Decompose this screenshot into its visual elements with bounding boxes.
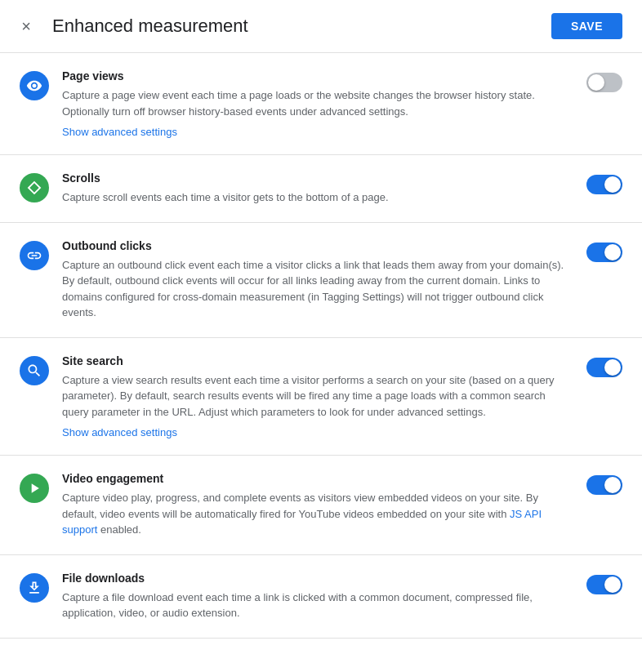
video-engagement-toggle-wrapper xyxy=(586,472,622,495)
video-engagement-icon xyxy=(20,474,49,503)
video-engagement-toggle[interactable] xyxy=(586,475,622,495)
site-search-toggle-track xyxy=(586,358,622,377)
site-search-content: Site searchCapture a view search results… xyxy=(62,354,573,439)
setting-row-video-engagement: Video engagementCapture video play, prog… xyxy=(0,456,642,555)
page-views-toggle-thumb xyxy=(588,74,604,91)
video-engagement-toggle-track xyxy=(586,475,622,495)
setting-row-file-downloads: File downloadsCapture a file download ev… xyxy=(0,555,642,639)
video-engagement-description: Capture video play, progress, and comple… xyxy=(62,490,573,538)
page-views-title: Page views xyxy=(62,69,573,82)
outbound-clicks-content: Outbound clicksCapture an outbound click… xyxy=(62,239,573,321)
video-engagement-link[interactable]: JS API support xyxy=(62,508,542,536)
save-button[interactable]: SAVE xyxy=(551,13,622,39)
scrolls-description: Capture scroll events each time a visito… xyxy=(62,189,573,206)
setting-row-site-search: Site searchCapture a view search results… xyxy=(0,338,642,456)
scrolls-icon xyxy=(20,173,49,202)
setting-row-outbound-clicks: Outbound clicksCapture an outbound click… xyxy=(0,223,642,338)
page-views-toggle[interactable] xyxy=(586,73,622,92)
setting-row-scrolls: ScrollsCapture scroll events each time a… xyxy=(0,155,642,223)
video-engagement-toggle-thumb xyxy=(604,477,621,493)
file-downloads-description: Capture a file download event each time … xyxy=(62,590,573,621)
outbound-clicks-toggle-track xyxy=(586,243,622,262)
page-views-toggle-wrapper xyxy=(586,69,622,92)
setting-row-page-views: Page viewsCapture a page view event each… xyxy=(0,53,642,155)
file-downloads-toggle-wrapper xyxy=(586,572,622,594)
page-views-show-advanced[interactable]: Show advanced settings xyxy=(62,126,177,138)
scrolls-content: ScrollsCapture scroll events each time a… xyxy=(62,171,573,206)
scrolls-toggle-thumb xyxy=(604,176,621,193)
page-title: Enhanced measurement xyxy=(52,16,248,37)
settings-list: Page viewsCapture a page view event each… xyxy=(0,53,642,639)
scrolls-toggle-track xyxy=(586,175,622,194)
file-downloads-title: File downloads xyxy=(62,572,573,585)
outbound-clicks-title: Outbound clicks xyxy=(62,239,573,252)
file-downloads-toggle-track xyxy=(586,575,622,594)
page-views-description: Capture a page view event each time a pa… xyxy=(62,87,573,119)
close-icon: × xyxy=(21,17,31,36)
close-button[interactable]: × xyxy=(13,13,39,39)
site-search-toggle-thumb xyxy=(604,359,621,376)
file-downloads-icon xyxy=(20,573,49,603)
video-engagement-title: Video engagement xyxy=(62,472,573,485)
video-engagement-content: Video engagementCapture video play, prog… xyxy=(62,472,573,538)
outbound-clicks-toggle-thumb xyxy=(604,244,621,260)
site-search-icon xyxy=(20,356,49,385)
scrolls-toggle[interactable] xyxy=(586,175,622,194)
site-search-toggle-wrapper xyxy=(586,354,622,377)
outbound-clicks-description: Capture an outbound click event each tim… xyxy=(62,257,573,321)
outbound-clicks-icon xyxy=(20,241,49,270)
page-views-content: Page viewsCapture a page view event each… xyxy=(62,69,573,138)
scrolls-toggle-wrapper xyxy=(586,171,622,194)
file-downloads-toggle-thumb xyxy=(604,576,621,593)
site-search-toggle[interactable] xyxy=(586,358,622,377)
file-downloads-toggle[interactable] xyxy=(586,575,622,594)
file-downloads-content: File downloadsCapture a file download ev… xyxy=(62,572,573,621)
header: × Enhanced measurement SAVE xyxy=(0,0,642,53)
site-search-description: Capture a view search results event each… xyxy=(62,372,573,421)
page-views-icon xyxy=(20,71,49,100)
header-left: × Enhanced measurement xyxy=(13,13,248,39)
site-search-show-advanced[interactable]: Show advanced settings xyxy=(62,426,177,438)
outbound-clicks-toggle-wrapper xyxy=(586,239,622,262)
site-search-title: Site search xyxy=(62,354,573,367)
outbound-clicks-toggle[interactable] xyxy=(586,243,622,262)
scrolls-title: Scrolls xyxy=(62,171,573,185)
page-views-toggle-track xyxy=(586,73,622,92)
